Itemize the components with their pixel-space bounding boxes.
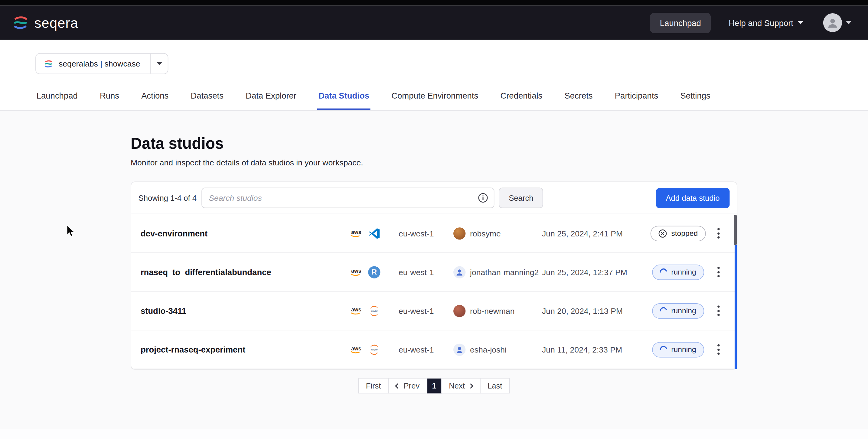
chevron-left-icon <box>395 383 400 388</box>
studio-name: dev-environment <box>141 228 340 238</box>
seqera-platform-window: seqera Launchpad Help and Support <box>0 0 868 439</box>
jupyter-icon: jupyter <box>368 343 380 355</box>
vscode-icon <box>368 227 380 239</box>
created-date: Jun 25, 2024, 2:41 PM <box>542 229 645 238</box>
status-label: stopped <box>671 229 698 237</box>
search-input[interactable] <box>208 193 478 203</box>
brand-wordmark: seqera <box>34 15 78 31</box>
aws-icon: aws <box>349 306 364 316</box>
search-button[interactable]: Search <box>499 188 543 208</box>
table-row[interactable]: rnaseq_to_differentialabundance aws R eu… <box>131 253 737 291</box>
content-area: Data studios Monitor and inspect the det… <box>0 111 868 428</box>
created-date: Jun 20, 2024, 1:13 PM <box>542 306 645 315</box>
row-actions-menu-icon[interactable] <box>713 225 724 241</box>
row-actions-menu-icon[interactable] <box>713 264 724 280</box>
pagination-next-label: Next <box>449 381 465 390</box>
workspace-selector-row: seqeralabs | showcase <box>0 40 868 74</box>
status-badge: stopped <box>651 225 706 241</box>
user-name: rob-newman <box>470 306 515 315</box>
user-account-menu[interactable] <box>823 13 851 32</box>
table-scrollbar[interactable] <box>734 214 737 369</box>
tab-settings[interactable]: Settings <box>679 90 712 111</box>
table-toolbar: Showing 1-4 of 4 Search Add data studi <box>131 182 737 214</box>
pagination-page-1[interactable]: 1 <box>427 378 441 393</box>
chevron-right-icon <box>468 383 473 388</box>
svg-text:aws: aws <box>351 268 362 274</box>
workspace-selector[interactable]: seqeralabs | showcase <box>35 53 168 74</box>
tab-runs[interactable]: Runs <box>99 90 120 111</box>
seqera-logo-icon <box>12 14 29 31</box>
spinner-icon <box>659 267 669 277</box>
user-name: esha-joshi <box>470 345 506 354</box>
region-label: eu-west-1 <box>389 306 442 315</box>
chevron-down-icon <box>157 62 162 65</box>
avatar <box>453 343 465 355</box>
add-data-studio-button[interactable]: Add data studio <box>656 188 730 208</box>
scrollbar-track-accent <box>735 245 737 369</box>
aws-icon: aws <box>349 228 364 238</box>
svg-text:aws: aws <box>351 229 362 235</box>
region-label: eu-west-1 <box>389 268 442 276</box>
workspace-org-icon <box>44 59 53 68</box>
screen-top-strip <box>0 0 868 5</box>
pagination-prev-label: Prev <box>404 381 420 390</box>
studio-name: studio-3411 <box>141 306 340 315</box>
avatar <box>453 227 465 239</box>
table-row[interactable]: project-rnaseq-experiment aws jupyter <box>131 331 737 369</box>
info-icon[interactable] <box>478 193 489 203</box>
tab-actions[interactable]: Actions <box>140 90 170 111</box>
table-row[interactable]: dev-environment aws eu-west-1 <box>131 214 737 253</box>
seqera-logo[interactable]: seqera <box>12 14 78 31</box>
tab-participants[interactable]: Participants <box>614 90 659 111</box>
tab-data-studios[interactable]: Data Studios <box>317 90 371 111</box>
tab-credentials[interactable]: Credentials <box>499 90 544 111</box>
search-box <box>202 188 494 208</box>
created-date: Jun 11, 2024, 2:33 PM <box>542 345 645 354</box>
launchpad-button[interactable]: Launchpad <box>650 12 711 33</box>
stopped-icon <box>658 229 667 238</box>
avatar <box>453 266 465 278</box>
spinner-icon <box>659 306 669 316</box>
scrollbar-thumb[interactable] <box>734 215 737 245</box>
workspace-name: seqeralabs | showcase <box>59 59 140 68</box>
person-icon <box>455 268 464 276</box>
status-label: running <box>671 268 696 276</box>
row-actions-menu-icon[interactable] <box>713 341 724 358</box>
user-name: jonathan-manning2 <box>470 268 539 276</box>
pagination-first-label: First <box>366 381 381 390</box>
help-and-support-menu[interactable]: Help and Support <box>728 18 803 27</box>
person-icon <box>455 345 464 354</box>
pagination-last-label: Last <box>488 381 502 390</box>
spinner-icon <box>659 344 669 354</box>
pagination-first[interactable]: First <box>358 378 389 393</box>
showing-count-label: Showing 1-4 of 4 <box>138 193 196 202</box>
tab-compute-environments[interactable]: Compute Environments <box>391 90 479 111</box>
table-body: dev-environment aws eu-west-1 <box>131 214 737 369</box>
workspace-dropdown-caret[interactable] <box>150 54 168 74</box>
rstudio-icon: R <box>368 266 380 278</box>
status-badge: running <box>652 264 704 280</box>
avatar <box>453 305 465 317</box>
status-label: running <box>671 345 696 353</box>
help-menu-label: Help and Support <box>728 18 793 27</box>
row-actions-menu-icon[interactable] <box>713 303 724 319</box>
jupyter-icon: jupyter <box>368 305 380 317</box>
pagination-next[interactable]: Next <box>441 378 480 393</box>
data-studios-table-card: Showing 1-4 of 4 Search Add data studi <box>131 181 737 370</box>
pagination-prev[interactable]: Prev <box>388 378 427 393</box>
pagination-last[interactable]: Last <box>480 378 510 393</box>
status-badge: running <box>652 342 704 357</box>
chevron-down-icon <box>798 21 803 25</box>
svg-text:aws: aws <box>351 345 362 351</box>
tab-datasets[interactable]: Datasets <box>190 90 225 111</box>
page-title: Data studios <box>131 135 737 153</box>
tab-launchpad[interactable]: Launchpad <box>35 90 79 111</box>
chevron-down-icon <box>846 21 851 25</box>
region-label: eu-west-1 <box>389 345 442 354</box>
table-row[interactable]: studio-3411 aws jupyter <box>131 292 737 331</box>
page-footer <box>0 428 868 439</box>
tab-secrets[interactable]: Secrets <box>563 90 594 111</box>
user-name: robsyme <box>470 229 501 238</box>
tab-data-explorer[interactable]: Data Explorer <box>244 90 297 111</box>
person-icon <box>827 17 839 29</box>
